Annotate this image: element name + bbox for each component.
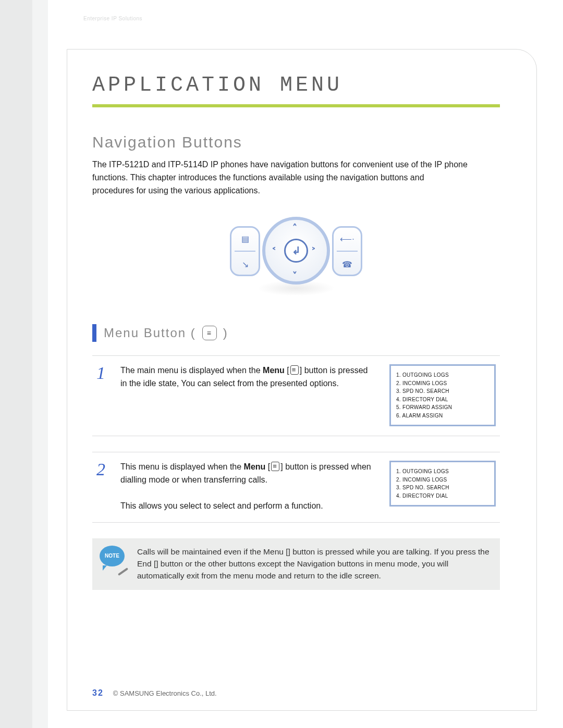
note-box: NOTE Calls will be maintained even if th… (92, 538, 500, 590)
menu-icon (271, 462, 279, 471)
menu-keyword: Menu (263, 547, 284, 556)
send-icon: ↘ (231, 260, 259, 269)
step-text-fragment: The main menu is displayed when the (120, 366, 263, 375)
lcd-display-step-2: 1. OUTGOING LOGS 2. INCOMING LOGS 3. SPD… (389, 461, 496, 507)
intro-paragraph: The ITP-5121D and ITP-5114D IP phones ha… (92, 158, 468, 197)
menu-keyword: Menu (244, 462, 266, 471)
brand-logo: OfficeServ (83, 22, 157, 40)
chapter-title: APPLICATION MENU (92, 73, 500, 97)
lcd-line: 4. DIRECTORY DIAL (396, 396, 489, 404)
note-label: NOTE (105, 553, 119, 559)
page-left-margin (0, 0, 48, 728)
note-fragment: Calls will be maintained even if the (137, 547, 263, 556)
lcd-line: 1. OUTGOING LOGS (396, 371, 489, 379)
step-text-fragment: [ (287, 366, 289, 375)
menu-button-heading: Menu Button ( ) (92, 324, 500, 342)
lcd-line: 2. INCOMING LOGS (396, 476, 489, 484)
note-bubble-icon: NOTE (100, 546, 125, 566)
arrow-right-icon: ˃ (311, 246, 316, 257)
note-fragment: [ (284, 547, 288, 556)
lcd-display-step-1: 1. OUTGOING LOGS 2. INCOMING LOGS 3. SPD… (389, 364, 496, 426)
step-text-fragment: This allows you select to select and per… (120, 501, 323, 510)
brand-tagline: Enterprise IP Solutions (83, 16, 157, 21)
menu-button-label-close: ) (223, 326, 228, 340)
lcd-line: 6. ALARM ASSIGN (396, 412, 489, 420)
note-fragment: ] button is pressed while you are talkin… (288, 547, 489, 556)
menu-icon: ▤ (231, 234, 259, 244)
pencil-icon (118, 567, 128, 576)
lcd-line: 2. INCOMING LOGS (396, 379, 489, 388)
menu-icon (290, 365, 299, 375)
heading-accent-bar (92, 324, 96, 342)
navpad-illustration: ▤ ↘ ˄ ˅ ˂ ˃ ↲ ⟵∙ ☎ (92, 213, 500, 303)
page-left-margin-inner (32, 0, 48, 728)
step-text-fragment: [ (265, 462, 270, 471)
step-number: 1 (96, 364, 111, 382)
arrow-down-icon: ˅ (292, 270, 297, 281)
step-2: 2 This menu is displayed when the Menu [… (92, 452, 500, 522)
chapter-rule (92, 104, 500, 107)
page-card: APPLICATION MENU Navigation Buttons The … (67, 49, 537, 711)
lcd-line: 5. FORWARD ASSIGN (396, 403, 489, 412)
lcd-line: 4. DIRECTORY DIAL (396, 492, 489, 500)
brand-office: Office (83, 22, 126, 40)
step-text-fragment: This menu is displayed when the (120, 462, 244, 471)
copyright: © SAMSUNG Electronics Co., Ltd. (113, 689, 217, 697)
arrow-up-icon: ˄ (292, 222, 297, 233)
menu-button-label: Menu Button ( (104, 326, 196, 340)
section-title: Navigation Buttons (92, 133, 500, 151)
lcd-line: 3. SPD NO. SEARCH (396, 484, 489, 492)
note-fragment: ] button or the other buttons except the… (137, 559, 448, 580)
page-number: 32 (92, 688, 104, 698)
navpad-right-rocker: ⟵∙ ☎ (332, 226, 362, 276)
step-number: 2 (96, 461, 111, 478)
end-keyword: End (137, 559, 152, 568)
note-fragment: [ (152, 559, 156, 568)
note-icon: NOTE (100, 546, 128, 574)
arrow-left-icon: ˂ (272, 246, 276, 257)
menu-keyword: Menu (263, 366, 285, 375)
page-footer: 32 © SAMSUNG Electronics Co., Ltd. (92, 688, 217, 698)
brand-serv: Serv (126, 22, 157, 40)
cancel-icon: ⟵∙ (334, 234, 361, 244)
step-2-text: This menu is displayed when the Menu [] … (120, 461, 380, 512)
step-1: 1 The main menu is displayed when the Me… (92, 355, 500, 436)
lcd-line: 3. SPD NO. SEARCH (396, 387, 489, 396)
step-1-text: The main menu is displayed when the Menu… (120, 364, 380, 390)
brand-header: Enterprise IP Solutions OfficeServ (83, 16, 157, 40)
lcd-line: 1. OUTGOING LOGS (396, 467, 489, 476)
end-icon: ☎ (334, 260, 361, 269)
note-text: Calls will be maintained even if the Men… (137, 546, 491, 582)
menu-icon (202, 326, 217, 340)
navpad-left-rocker: ▤ ↘ (230, 226, 260, 276)
